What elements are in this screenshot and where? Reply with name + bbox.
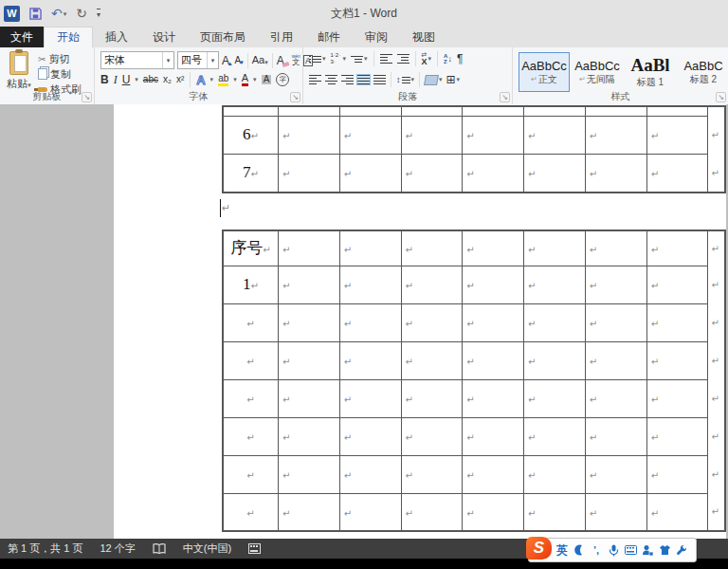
table-cell[interactable]: ↵: [585, 493, 646, 531]
table-cell[interactable]: ↵: [524, 303, 586, 341]
grow-font-button[interactable]: A▴: [222, 55, 232, 66]
change-case-button[interactable]: Aa▾: [252, 55, 268, 65]
tab-home[interactable]: 开始: [44, 27, 93, 47]
table-cell[interactable]: ↵: [339, 417, 401, 455]
underline-button[interactable]: U: [122, 74, 131, 85]
proofing-button[interactable]: [153, 543, 166, 555]
ime-soft-keyboard-button[interactable]: [622, 545, 639, 555]
table-cell[interactable]: ↵: [463, 116, 524, 154]
table-cell[interactable]: ↵: [646, 417, 708, 455]
table-cell[interactable]: [646, 106, 708, 116]
table-cell[interactable]: ↵: [401, 417, 463, 455]
strikethrough-button[interactable]: abc: [143, 75, 158, 84]
table-cell[interactable]: ↵: [401, 493, 463, 531]
table-cell[interactable]: ↵: [524, 341, 586, 379]
ime-punctuation-button[interactable]: ’,: [588, 544, 605, 556]
table-cell-first-column[interactable]: ↵: [223, 341, 278, 379]
table-cell[interactable]: ↵: [401, 266, 463, 303]
tab-review[interactable]: 审阅: [353, 27, 400, 47]
decrease-indent-button[interactable]: [380, 54, 392, 64]
table-cell[interactable]: ↵: [463, 154, 524, 193]
table-cell[interactable]: [278, 106, 339, 116]
table-cell[interactable]: ↵: [339, 379, 401, 417]
numbering-button[interactable]: 1·2·3·▾: [331, 52, 347, 65]
table-cell[interactable]: ↵: [339, 303, 401, 341]
distribute-button[interactable]: [373, 75, 386, 84]
table-cell[interactable]: ↵: [646, 455, 708, 493]
table-cell-first-column[interactable]: [223, 106, 278, 116]
table-cell-first-column[interactable]: ↵: [223, 417, 278, 455]
table-cell-first-column[interactable]: 序号↵: [223, 230, 278, 266]
align-right-button[interactable]: [341, 75, 354, 84]
table-cell[interactable]: ↵: [339, 116, 401, 154]
table-cell[interactable]: ↵: [463, 341, 524, 379]
table-cell[interactable]: ↵: [463, 417, 524, 455]
table-cell[interactable]: ↵: [463, 493, 524, 531]
table-cell[interactable]: ↵: [278, 154, 339, 193]
italic-button[interactable]: I: [114, 74, 118, 85]
highlight-color-button[interactable]: ab: [218, 74, 228, 86]
table-cell[interactable]: ↵: [585, 455, 646, 493]
table-cell[interactable]: ↵: [278, 493, 339, 531]
table-cell[interactable]: ↵: [463, 266, 524, 303]
table-cell[interactable]: ↵: [278, 341, 339, 379]
table-cell[interactable]: ↵: [278, 379, 339, 417]
table-cell-first-column[interactable]: ↵: [223, 379, 278, 417]
table-cell[interactable]: ↵: [585, 230, 646, 266]
table-cell[interactable]: ↵: [278, 116, 339, 154]
table-cell[interactable]: ↵: [524, 417, 586, 455]
table-cell[interactable]: ↵: [646, 341, 708, 379]
subscript-button[interactable]: x₂: [163, 75, 172, 84]
table-cell[interactable]: ↵: [278, 455, 339, 493]
table-cell[interactable]: ↵: [401, 154, 463, 193]
tab-page-layout[interactable]: 页面布局: [188, 27, 258, 47]
tab-design[interactable]: 设计: [140, 27, 188, 47]
justify-button[interactable]: [357, 75, 370, 84]
macro-record-button[interactable]: [248, 543, 261, 554]
table-cell[interactable]: ↵: [646, 266, 708, 303]
ime-tools-button[interactable]: [673, 544, 690, 556]
table-cell[interactable]: ↵: [585, 303, 646, 341]
table-cell[interactable]: ↵: [339, 455, 401, 493]
table-cell[interactable]: ↵: [339, 154, 401, 193]
table-cell-first-column[interactable]: 6↵: [223, 116, 278, 154]
document-page[interactable]: 6↵↵↵↵↵↵↵↵↵7↵↵↵↵↵↵↵↵↵ ↵ 序号↵↵↵↵↵↵↵↵↵1↵↵↵↵↵…: [114, 104, 726, 539]
sogou-logo-icon[interactable]: S: [526, 537, 552, 560]
table-cell[interactable]: ↵: [524, 493, 586, 531]
word-count-indicator[interactable]: 12 个字: [100, 541, 135, 556]
table-cell[interactable]: ↵: [585, 266, 646, 303]
table-cell[interactable]: ↵: [401, 303, 463, 341]
table-cell[interactable]: ↵: [646, 303, 708, 341]
table-cell[interactable]: ↵: [401, 379, 463, 417]
phonetic-guide-button[interactable]: wén文: [292, 54, 300, 66]
styles-dialog-launcher[interactable]: ↘: [716, 92, 726, 102]
page-number-indicator[interactable]: 第 1 页，共 1 页: [8, 541, 82, 556]
enclose-characters-button[interactable]: 字: [276, 73, 289, 86]
table-cell[interactable]: ↵: [463, 379, 524, 417]
line-spacing-button[interactable]: ↕▾: [396, 75, 414, 84]
shading-button[interactable]: ▾: [425, 75, 443, 85]
table-cell[interactable]: ↵: [278, 417, 339, 455]
table-cell[interactable]: [339, 106, 401, 116]
table-cell-first-column[interactable]: 1↵: [223, 266, 278, 303]
table-cell[interactable]: ↵: [463, 303, 524, 341]
table-cell-first-column[interactable]: 7↵: [223, 154, 278, 193]
table-cell[interactable]: [463, 106, 524, 116]
paragraph-dialog-launcher[interactable]: ↘: [500, 92, 510, 102]
language-indicator[interactable]: 中文(中国): [183, 541, 231, 556]
shrink-font-button[interactable]: A▾: [235, 56, 244, 65]
style-normal[interactable]: AaBbCc ↵正文: [519, 52, 570, 92]
table-cell-first-column[interactable]: ↵: [223, 493, 278, 531]
font-size-combobox[interactable]: 四号▾: [177, 51, 219, 69]
underline-dropdown-icon[interactable]: ▾: [135, 76, 138, 83]
align-center-button[interactable]: [325, 75, 337, 84]
bullets-button[interactable]: ▾: [309, 55, 326, 63]
table-cell[interactable]: ↵: [585, 417, 646, 455]
table-cell[interactable]: ↵: [524, 266, 586, 303]
table-cell[interactable]: [401, 106, 463, 116]
table-cell[interactable]: [524, 106, 586, 116]
style-heading-1[interactable]: AaBl 标题 1: [625, 52, 676, 92]
table-cell[interactable]: ↵: [278, 266, 339, 303]
undo-button[interactable]: ↶▾: [51, 7, 66, 20]
ime-skin-button[interactable]: [656, 544, 673, 556]
